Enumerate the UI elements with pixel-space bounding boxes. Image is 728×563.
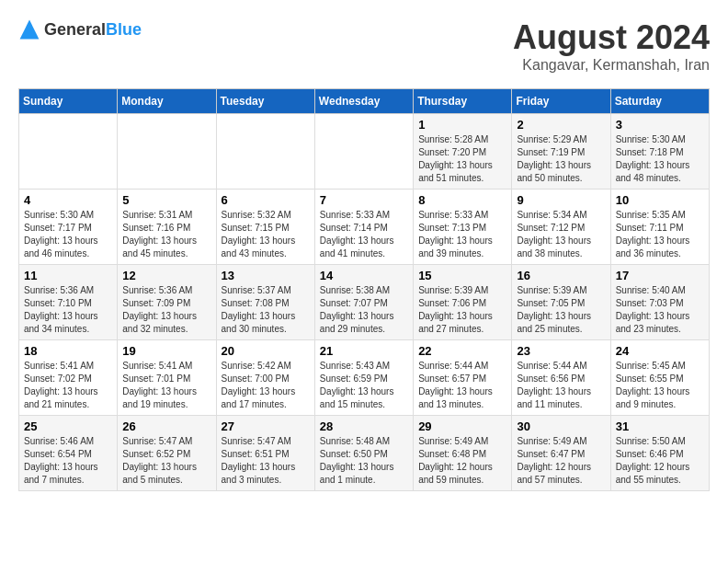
- page-header: GeneralBlue August 2024 Kangavar, Kerman…: [18, 18, 710, 74]
- weekday-header-tuesday: Tuesday: [216, 89, 314, 114]
- day-info-line: Daylight: 13 hours and 21 minutes.: [24, 386, 98, 409]
- day-info-line: Sunrise: 5:47 AM: [122, 436, 192, 446]
- day-info-line: Daylight: 13 hours and 51 minutes.: [418, 160, 493, 183]
- calendar-cell: [19, 114, 118, 190]
- day-number: 30: [517, 419, 605, 433]
- day-info-line: Sunrise: 5:39 AM: [418, 285, 488, 295]
- day-info-line: Sunrise: 5:28 AM: [418, 134, 488, 144]
- day-number: 22: [418, 344, 506, 358]
- day-info-line: Sunset: 7:06 PM: [418, 298, 486, 308]
- day-number: 31: [616, 419, 704, 433]
- calendar-cell: [314, 114, 413, 190]
- calendar-cell: 1Sunrise: 5:28 AMSunset: 7:20 PMDaylight…: [414, 114, 512, 190]
- day-info-line: Sunrise: 5:43 AM: [320, 361, 390, 371]
- day-info-line: Daylight: 12 hours and 59 minutes.: [418, 462, 493, 485]
- day-info-line: Sunset: 6:54 PM: [24, 449, 92, 459]
- day-info-line: Sunrise: 5:30 AM: [616, 134, 686, 144]
- day-info-line: Daylight: 13 hours and 3 minutes.: [222, 462, 296, 485]
- day-info-line: Daylight: 12 hours and 55 minutes.: [616, 462, 690, 485]
- calendar-week-3: 11Sunrise: 5:36 AMSunset: 7:10 PMDayligh…: [19, 265, 710, 340]
- day-info-line: Daylight: 13 hours and 25 minutes.: [517, 311, 591, 334]
- day-info-line: Daylight: 13 hours and 38 minutes.: [517, 236, 591, 259]
- calendar-cell: 19Sunrise: 5:41 AMSunset: 7:01 PMDayligh…: [118, 340, 216, 416]
- calendar-cell: 8Sunrise: 5:33 AMSunset: 7:13 PMDaylight…: [414, 190, 512, 265]
- day-content: Sunrise: 5:48 AMSunset: 6:50 PMDaylight:…: [320, 435, 408, 487]
- weekday-header-sunday: Sunday: [19, 89, 118, 114]
- day-info-line: Sunset: 7:17 PM: [24, 223, 92, 233]
- day-info-line: Sunset: 6:47 PM: [517, 449, 585, 459]
- day-content: Sunrise: 5:50 AMSunset: 6:46 PMDaylight:…: [616, 435, 704, 487]
- day-number: 20: [222, 344, 310, 358]
- day-info-line: Sunrise: 5:29 AM: [517, 134, 586, 144]
- calendar-table: SundayMondayTuesdayWednesdayThursdayFrid…: [18, 88, 710, 491]
- day-number: 6: [222, 193, 310, 207]
- svg-marker-0: [20, 20, 40, 40]
- day-info-line: Sunrise: 5:44 AM: [418, 361, 488, 371]
- day-number: 29: [418, 419, 506, 433]
- day-info-line: Sunset: 7:15 PM: [222, 223, 290, 233]
- day-number: 19: [122, 344, 210, 358]
- calendar-cell: 23Sunrise: 5:44 AMSunset: 6:56 PMDayligh…: [512, 340, 610, 416]
- calendar-cell: 17Sunrise: 5:40 AMSunset: 7:03 PMDayligh…: [610, 265, 709, 340]
- calendar-body: 1Sunrise: 5:28 AMSunset: 7:20 PMDaylight…: [19, 114, 710, 491]
- day-info-line: Daylight: 13 hours and 39 minutes.: [418, 236, 493, 259]
- day-content: Sunrise: 5:43 AMSunset: 6:59 PMDaylight:…: [320, 360, 408, 411]
- calendar-cell: 12Sunrise: 5:36 AMSunset: 7:09 PMDayligh…: [118, 265, 216, 340]
- day-info-line: Daylight: 13 hours and 43 minutes.: [222, 236, 296, 259]
- day-number: 28: [320, 419, 408, 433]
- day-info-line: Sunset: 7:20 PM: [418, 147, 486, 157]
- day-content: Sunrise: 5:38 AMSunset: 7:07 PMDaylight:…: [320, 284, 408, 336]
- day-info-line: Sunset: 6:52 PM: [122, 449, 190, 459]
- day-number: 17: [616, 269, 704, 282]
- day-info-line: Daylight: 13 hours and 32 minutes.: [122, 311, 197, 334]
- day-info-line: Daylight: 13 hours and 27 minutes.: [418, 311, 493, 334]
- day-info-line: Daylight: 13 hours and 41 minutes.: [320, 236, 394, 259]
- day-content: Sunrise: 5:39 AMSunset: 7:06 PMDaylight:…: [418, 284, 506, 336]
- day-number: 11: [24, 269, 112, 282]
- calendar-cell: 21Sunrise: 5:43 AMSunset: 6:59 PMDayligh…: [314, 340, 413, 416]
- day-info-line: Sunrise: 5:42 AM: [222, 361, 291, 371]
- weekday-header-saturday: Saturday: [610, 89, 709, 114]
- calendar-cell: [118, 114, 216, 190]
- day-info-line: Sunset: 7:11 PM: [616, 223, 684, 233]
- day-content: Sunrise: 5:42 AMSunset: 7:00 PMDaylight:…: [222, 360, 310, 411]
- day-number: 9: [517, 193, 605, 207]
- day-number: 10: [616, 193, 704, 207]
- day-info-line: Sunrise: 5:32 AM: [222, 210, 291, 220]
- day-info-line: Daylight: 13 hours and 29 minutes.: [320, 311, 394, 334]
- day-info-line: Sunrise: 5:36 AM: [122, 285, 192, 295]
- day-info-line: Sunset: 7:00 PM: [222, 373, 290, 384]
- day-info-line: Sunrise: 5:48 AM: [320, 436, 390, 446]
- day-number: 1: [418, 118, 506, 132]
- day-info-line: Daylight: 13 hours and 11 minutes.: [517, 386, 591, 409]
- day-info-line: Sunrise: 5:31 AM: [122, 210, 192, 220]
- calendar-cell: [216, 114, 314, 190]
- day-number: 14: [320, 269, 408, 282]
- day-content: Sunrise: 5:41 AMSunset: 7:02 PMDaylight:…: [24, 360, 112, 411]
- day-info-line: Daylight: 13 hours and 30 minutes.: [222, 311, 296, 334]
- day-content: Sunrise: 5:29 AMSunset: 7:19 PMDaylight:…: [517, 133, 605, 185]
- calendar-cell: 5Sunrise: 5:31 AMSunset: 7:16 PMDaylight…: [118, 190, 216, 265]
- day-info-line: Sunrise: 5:40 AM: [616, 285, 686, 295]
- day-info-line: Sunrise: 5:33 AM: [320, 210, 390, 220]
- day-info-line: Daylight: 13 hours and 46 minutes.: [24, 236, 98, 259]
- calendar-cell: 13Sunrise: 5:37 AMSunset: 7:08 PMDayligh…: [216, 265, 314, 340]
- day-info-line: Sunset: 7:01 PM: [122, 373, 190, 384]
- day-number: 16: [517, 269, 605, 282]
- day-number: 27: [222, 419, 310, 433]
- day-info-line: Sunrise: 5:33 AM: [418, 210, 488, 220]
- day-number: 25: [24, 419, 112, 433]
- day-info-line: Sunset: 7:19 PM: [517, 147, 585, 157]
- day-info-line: Daylight: 13 hours and 15 minutes.: [320, 386, 394, 409]
- day-number: 3: [616, 118, 704, 132]
- calendar-cell: 4Sunrise: 5:30 AMSunset: 7:17 PMDaylight…: [19, 190, 118, 265]
- day-number: 5: [122, 193, 210, 207]
- day-info-line: Sunrise: 5:37 AM: [222, 285, 291, 295]
- calendar-cell: 20Sunrise: 5:42 AMSunset: 7:00 PMDayligh…: [216, 340, 314, 416]
- day-info-line: Sunrise: 5:41 AM: [24, 361, 94, 371]
- day-info-line: Daylight: 13 hours and 19 minutes.: [122, 386, 197, 409]
- day-content: Sunrise: 5:36 AMSunset: 7:09 PMDaylight:…: [122, 284, 210, 336]
- day-info-line: Sunrise: 5:35 AM: [616, 210, 686, 220]
- day-info-line: Sunset: 7:09 PM: [122, 298, 190, 308]
- calendar-cell: 28Sunrise: 5:48 AMSunset: 6:50 PMDayligh…: [314, 416, 413, 491]
